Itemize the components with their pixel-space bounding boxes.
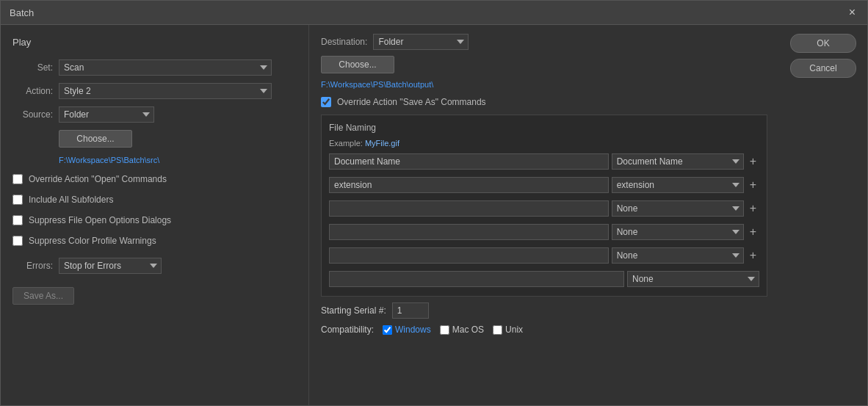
- override-save-label: Override Action "Save As" Commands: [337, 97, 486, 107]
- naming-select-2[interactable]: extension: [612, 177, 744, 193]
- cancel-button[interactable]: Cancel: [790, 59, 856, 78]
- errors-label: Errors:: [12, 261, 53, 271]
- dest-path: F:\Workspace\PS\Batch\output\: [321, 80, 433, 89]
- suppress-file-label: Suppress File Open Options Dialogs: [29, 215, 171, 225]
- right-panel: Destination: None Save and Close Folder …: [309, 25, 779, 405]
- override-save-checkbox[interactable]: [321, 97, 331, 107]
- destination-label: Destination:: [321, 37, 367, 47]
- compat-macos-row: Mac OS: [440, 325, 484, 335]
- naming-row-4: None +: [329, 224, 759, 240]
- naming-plus-5[interactable]: +: [747, 250, 759, 261]
- naming-input-1[interactable]: [329, 153, 609, 170]
- example-value: MyFile.gif: [365, 139, 399, 148]
- serial-input[interactable]: [392, 302, 429, 319]
- set-select[interactable]: Scan: [59, 59, 272, 76]
- naming-plus-3[interactable]: +: [747, 203, 759, 214]
- action-buttons: OK Cancel: [779, 25, 867, 405]
- action-select[interactable]: Style 2: [59, 83, 272, 99]
- suppress-color-checkbox[interactable]: [12, 236, 23, 246]
- include-subfolders-label: Include All Subfolders: [29, 195, 113, 205]
- source-row: Source: Folder Import File Bridge: [12, 106, 297, 123]
- compat-label: Compatibility:: [321, 325, 374, 335]
- compat-row: Compatibility: Windows Mac OS Unix: [321, 325, 767, 335]
- override-open-checkbox[interactable]: [12, 174, 23, 184]
- action-row: Action: Style 2: [12, 83, 297, 99]
- compat-unix-label: Unix: [505, 325, 523, 335]
- override-save-row: Override Action "Save As" Commands: [321, 97, 767, 107]
- errors-select[interactable]: Stop for Errors Log Errors to File: [59, 258, 162, 274]
- naming-select-1[interactable]: Document Name: [612, 153, 744, 170]
- compat-macos-checkbox[interactable]: [440, 325, 449, 335]
- include-subfolders-row: Include All Subfolders: [12, 195, 297, 205]
- naming-select-3[interactable]: None: [612, 200, 744, 217]
- include-subfolders-checkbox[interactable]: [12, 195, 23, 205]
- batch-dialog: Batch × Play Set: Scan Action: Style 2: [0, 0, 868, 406]
- destination-row: Destination: None Save and Close Folder: [321, 34, 767, 50]
- compat-windows-row: Windows: [383, 325, 431, 335]
- source-path: F:\Workspace\PS\Batch\src\: [59, 156, 159, 164]
- naming-row-1: Document Name +: [329, 153, 759, 170]
- file-naming-section: File Naming Example: MyFile.gif Document…: [321, 115, 767, 297]
- naming-row-2: extension +: [329, 177, 759, 193]
- serial-row: Starting Serial #:: [321, 302, 767, 319]
- naming-row-5: None +: [329, 247, 759, 264]
- source-choose-button[interactable]: Choose...: [59, 130, 132, 148]
- suppress-file-checkbox[interactable]: [12, 215, 23, 225]
- destination-select[interactable]: None Save and Close Folder: [373, 34, 469, 50]
- file-naming-title: File Naming: [329, 123, 759, 133]
- naming-select-5[interactable]: None: [612, 247, 744, 264]
- naming-input-2[interactable]: [329, 177, 609, 193]
- source-select[interactable]: Folder Import File Bridge: [59, 106, 154, 123]
- set-row: Set: Scan: [12, 59, 297, 76]
- example-prefix: Example:: [329, 139, 363, 148]
- close-button[interactable]: ×: [846, 7, 858, 18]
- compat-windows-label: Windows: [395, 325, 431, 335]
- title-bar: Batch ×: [1, 1, 867, 25]
- save-as-button[interactable]: Save As...: [12, 287, 74, 305]
- suppress-color-label: Suppress Color Profile Warnings: [29, 236, 156, 246]
- left-panel: Play Set: Scan Action: Style 2 Source: F…: [1, 25, 309, 405]
- source-label: Source:: [12, 109, 53, 120]
- errors-row: Errors: Stop for Errors Log Errors to Fi…: [12, 258, 297, 274]
- naming-input-4[interactable]: [329, 224, 609, 240]
- action-label: Action:: [12, 86, 53, 96]
- suppress-color-row: Suppress Color Profile Warnings: [12, 236, 297, 246]
- compat-unix-row: Unix: [493, 325, 523, 335]
- naming-plus-1[interactable]: +: [747, 156, 759, 167]
- ok-button[interactable]: OK: [790, 34, 856, 53]
- compat-windows-checkbox[interactable]: [383, 325, 392, 335]
- naming-select-4[interactable]: None: [612, 224, 744, 240]
- suppress-file-row: Suppress File Open Options Dialogs: [12, 215, 297, 225]
- dialog-body: Play Set: Scan Action: Style 2 Source: F…: [1, 25, 867, 405]
- naming-input-6[interactable]: [329, 271, 624, 287]
- naming-row-3: None +: [329, 200, 759, 217]
- dialog-title: Batch: [10, 7, 34, 18]
- example-row: Example: MyFile.gif: [329, 139, 759, 148]
- override-open-row: Override Action "Open" Commands: [12, 174, 297, 184]
- naming-select-6[interactable]: None: [627, 271, 759, 287]
- set-label: Set:: [12, 62, 53, 73]
- serial-label: Starting Serial #:: [321, 305, 386, 316]
- compat-macos-label: Mac OS: [452, 325, 484, 335]
- naming-input-5[interactable]: [329, 247, 609, 264]
- naming-row-6: None: [329, 271, 759, 287]
- dest-choose-button[interactable]: Choose...: [321, 56, 394, 73]
- compat-unix-checkbox[interactable]: [493, 325, 502, 335]
- naming-plus-2[interactable]: +: [747, 179, 759, 191]
- override-open-label: Override Action "Open" Commands: [29, 174, 167, 184]
- naming-input-3[interactable]: [329, 200, 609, 217]
- naming-plus-4[interactable]: +: [747, 226, 759, 238]
- play-label: Play: [12, 37, 297, 48]
